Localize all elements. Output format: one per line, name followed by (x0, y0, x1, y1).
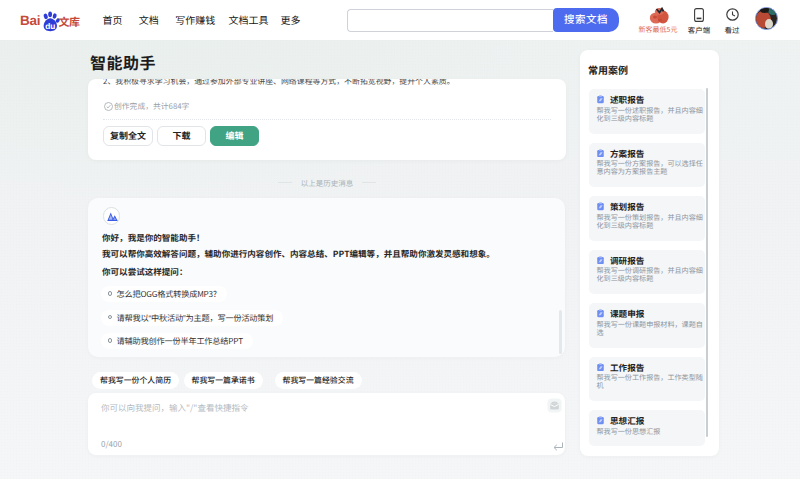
svg-text:du: du (45, 21, 55, 30)
